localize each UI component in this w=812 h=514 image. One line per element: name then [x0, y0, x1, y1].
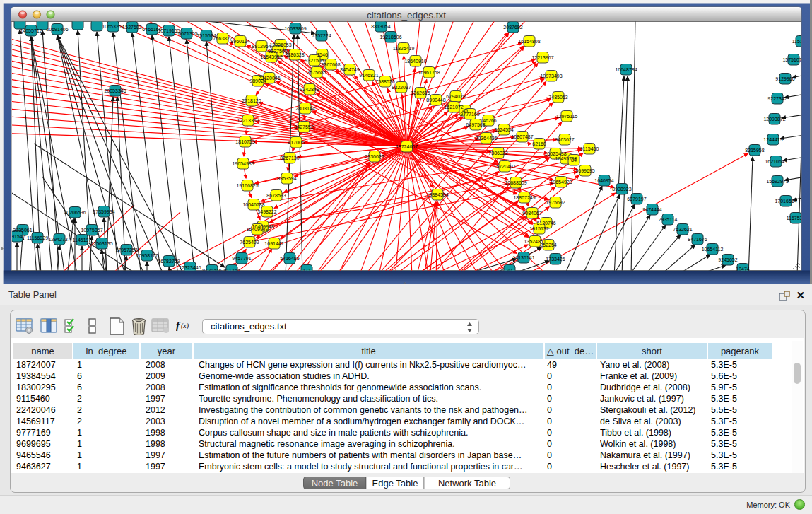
- svg-text:8427552: 8427552: [294, 124, 313, 129]
- svg-text:19384554: 19384554: [426, 192, 448, 197]
- svg-text:6879197: 6879197: [627, 197, 646, 201]
- svg-text:10046788: 10046788: [242, 202, 264, 207]
- svg-text:f: f: [176, 320, 181, 331]
- svg-text:2367608: 2367608: [321, 62, 340, 67]
- svg-text:1975692: 1975692: [546, 200, 565, 205]
- svg-text:16648784: 16648784: [615, 67, 637, 72]
- svg-text:9457791: 9457791: [232, 256, 251, 261]
- svg-text:14136141: 14136141: [512, 255, 534, 260]
- svg-text:3624554: 3624554: [494, 127, 513, 132]
- svg-text:252254: 252254: [540, 243, 556, 247]
- svg-text:19654923: 19654923: [550, 180, 572, 185]
- svg-text:2718120: 2718120: [242, 98, 261, 103]
- svg-text:10688609: 10688609: [505, 180, 526, 185]
- svg-text:9699695: 9699695: [575, 168, 594, 173]
- svg-text:10025438: 10025438: [544, 151, 566, 156]
- svg-text:989024: 989024: [249, 78, 266, 83]
- svg-text:16033809: 16033809: [284, 26, 306, 31]
- svg-text:14055712: 14055712: [20, 28, 42, 33]
- svg-text:10975857: 10975857: [81, 228, 102, 233]
- svg-text:12503135: 12503135: [90, 241, 112, 246]
- svg-text:9129966: 9129966: [775, 76, 794, 81]
- svg-text:8990448: 8990448: [426, 98, 445, 103]
- svg-text:8938923: 8938923: [612, 187, 631, 192]
- svg-text:1244419: 1244419: [763, 137, 782, 142]
- svg-text:18724007: 18724007: [396, 144, 418, 149]
- svg-text:12093872: 12093872: [763, 117, 785, 122]
- svg-text:62160: 62160: [532, 141, 546, 146]
- svg-text:10807487: 10807487: [511, 134, 533, 139]
- svg-text:20691406: 20691406: [46, 27, 68, 32]
- svg-text:9115460: 9115460: [580, 146, 599, 151]
- svg-text:(x): (x): [181, 322, 189, 330]
- svg-text:9146821: 9146821: [359, 73, 378, 78]
- svg-text:8454749: 8454749: [340, 67, 359, 72]
- svg-text:16543952: 16543952: [260, 54, 282, 59]
- svg-text:10958117: 10958117: [136, 253, 158, 258]
- svg-text:8471676: 8471676: [688, 237, 707, 242]
- svg-text:15692971: 15692971: [766, 179, 788, 184]
- svg-text:1810755: 1810755: [235, 139, 254, 144]
- svg-text:8960124: 8960124: [230, 39, 249, 44]
- svg-text:11325419: 11325419: [393, 46, 415, 51]
- svg-text:16154808: 16154808: [518, 39, 540, 44]
- svg-text:1615132: 1615132: [529, 226, 548, 231]
- svg-text:5716485: 5716485: [280, 256, 299, 261]
- svg-text:3935061: 3935061: [13, 228, 32, 233]
- svg-text:1145197: 1145197: [73, 238, 92, 243]
- svg-text:8186328: 8186328: [285, 52, 304, 57]
- svg-text:8322037: 8322037: [392, 85, 411, 90]
- svg-text:9084067: 9084067: [522, 211, 541, 216]
- svg-text:3575685: 3575685: [307, 70, 326, 75]
- svg-text:20206536: 20206536: [64, 210, 86, 215]
- svg-text:1362615: 1362615: [411, 90, 430, 95]
- svg-text:17016514: 17016514: [775, 199, 796, 204]
- svg-text:12213967: 12213967: [531, 55, 553, 60]
- svg-text:16671355: 16671355: [175, 31, 197, 36]
- svg-text:7588520: 7588520: [375, 79, 394, 84]
- svg-text:8353594: 8353594: [277, 176, 296, 181]
- svg-text:6794028: 6794028: [446, 94, 465, 99]
- svg-text:9463627: 9463627: [555, 137, 574, 142]
- svg-text:2330023: 2330023: [365, 154, 384, 159]
- svg-text:8267130: 8267130: [280, 156, 299, 160]
- svg-text:2803144: 2803144: [295, 106, 314, 111]
- svg-text:18807249: 18807249: [513, 195, 535, 200]
- svg-text:9242848: 9242848: [300, 87, 319, 92]
- svg-text:6120746: 6120746: [536, 221, 555, 226]
- svg-text:16782759: 16782759: [158, 259, 180, 264]
- svg-text:12226053: 12226053: [269, 42, 291, 47]
- svg-text:12213363: 12213363: [237, 118, 259, 123]
- svg-text:12942737: 12942737: [48, 237, 70, 242]
- svg-text:8678533: 8678533: [266, 193, 286, 198]
- svg-text:16409949: 16409949: [246, 227, 268, 232]
- svg-text:1527602: 1527602: [122, 25, 141, 30]
- svg-text:10654112: 10654112: [702, 247, 724, 252]
- svg-text:1691442: 1691442: [264, 241, 283, 246]
- svg-text:1640954: 1640954: [594, 178, 613, 183]
- svg-text:7357224: 7357224: [312, 33, 331, 38]
- svg-text:1621072: 1621072: [444, 105, 463, 110]
- svg-text:2935114: 2935114: [659, 217, 678, 222]
- svg-text:12975115: 12975115: [556, 114, 578, 119]
- svg-text:7663822: 7663822: [213, 36, 232, 41]
- svg-text:3498222: 3498222: [257, 209, 276, 214]
- svg-text:20364436: 20364436: [475, 136, 497, 141]
- svg-text:20053346: 20053346: [104, 88, 126, 93]
- svg-text:15720407: 15720407: [493, 164, 515, 169]
- svg-text:11156829: 11156829: [27, 235, 48, 240]
- svg-text:9227342: 9227342: [767, 96, 787, 101]
- svg-text:7485063: 7485063: [548, 95, 567, 100]
- svg-text:2087682: 2087682: [503, 25, 522, 30]
- svg-text:9777169: 9777169: [460, 112, 479, 117]
- svg-text:16961758: 16961758: [418, 70, 440, 75]
- svg-text:7632621: 7632621: [673, 227, 692, 232]
- svg-text:8215958: 8215958: [745, 148, 764, 153]
- svg-text:6497568: 6497568: [466, 122, 485, 127]
- svg-text:7386322: 7386322: [488, 151, 507, 156]
- svg-text:8813054: 8813054: [371, 24, 390, 29]
- svg-text:10973493: 10973493: [540, 74, 562, 78]
- svg-text:17957253: 17957253: [115, 247, 137, 252]
- svg-text:19166825: 19166825: [236, 183, 258, 188]
- svg-text:1733426: 1733426: [546, 257, 565, 262]
